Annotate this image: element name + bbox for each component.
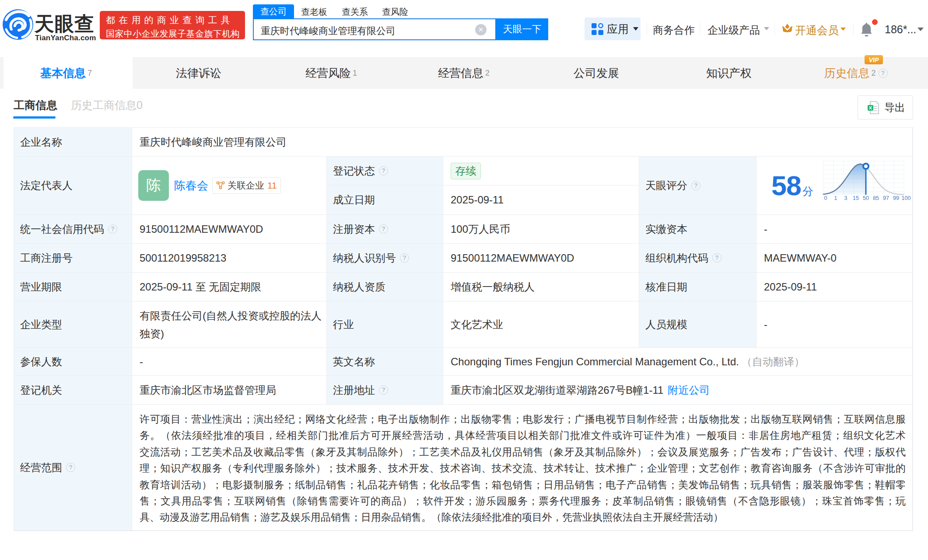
svg-text:1: 1: [834, 195, 837, 201]
svg-text:3: 3: [844, 195, 847, 201]
svg-text:50: 50: [863, 195, 869, 201]
svg-text:0: 0: [824, 195, 827, 201]
svg-text:85: 85: [873, 195, 879, 201]
svg-text:100: 100: [902, 195, 911, 201]
svg-text:15: 15: [853, 195, 859, 201]
svg-text:97: 97: [883, 195, 889, 201]
svg-text:99: 99: [893, 195, 899, 201]
